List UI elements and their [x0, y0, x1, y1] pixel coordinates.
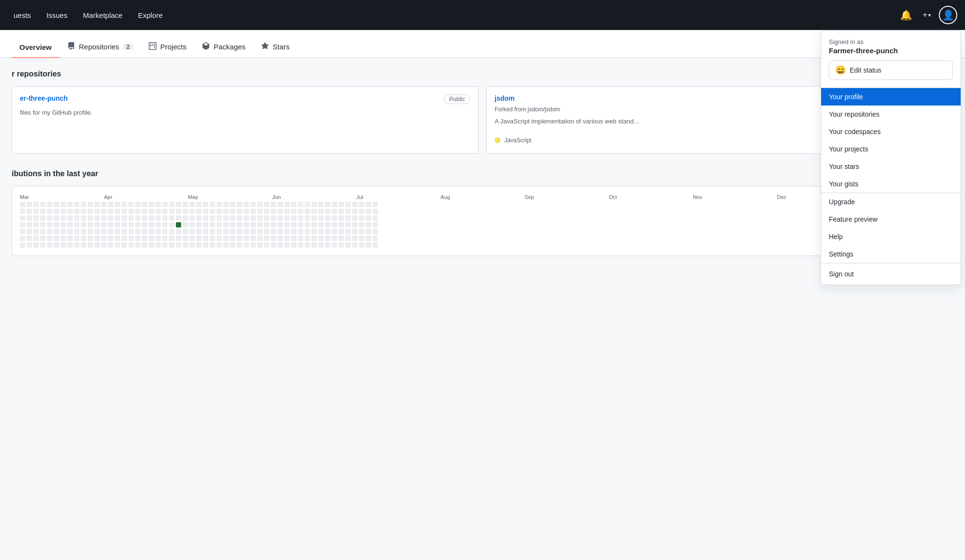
- graph-cell: [332, 209, 337, 214]
- graph-week: [230, 202, 235, 248]
- graph-cell: [284, 215, 290, 221]
- nav-issues[interactable]: Issues: [41, 7, 73, 23]
- graph-cell: [318, 222, 324, 227]
- graph-cell: [122, 209, 127, 214]
- graph-cell: [217, 215, 222, 221]
- nav-explore[interactable]: Explore: [132, 7, 169, 23]
- tab-projects[interactable]: Projects: [141, 36, 194, 58]
- graph-cell: [291, 209, 296, 214]
- user-menu-button[interactable]: 👤: [939, 6, 957, 24]
- dropdown-your-gists[interactable]: Your gists: [821, 175, 961, 193]
- graph-cell: [244, 209, 249, 214]
- graph-cell: [101, 229, 107, 234]
- repo-name-0[interactable]: er-three-punch: [20, 94, 68, 102]
- graph-week: [217, 202, 222, 248]
- dropdown-help[interactable]: Help: [821, 228, 961, 245]
- graph-cell: [345, 242, 351, 248]
- graph-cell: [203, 242, 208, 248]
- graph-cell: [311, 229, 317, 234]
- dropdown-your-codespaces[interactable]: Your codespaces: [821, 123, 961, 140]
- nav-marketplace[interactable]: Marketplace: [77, 7, 128, 23]
- graph-week: [264, 202, 269, 248]
- graph-cell: [305, 236, 310, 241]
- create-new-button[interactable]: + ▾: [919, 8, 935, 22]
- graph-cell: [271, 222, 276, 227]
- tab-repositories[interactable]: Repositories 2: [60, 36, 141, 58]
- graph-grid: [20, 202, 945, 248]
- dropdown-your-projects[interactable]: Your projects: [821, 140, 961, 158]
- graph-cell: [33, 236, 39, 241]
- tab-packages[interactable]: Packages: [194, 36, 253, 58]
- graph-cell: [47, 202, 52, 207]
- graph-cell: [27, 202, 32, 207]
- graph-cell: [128, 222, 134, 227]
- graph-cell: [271, 215, 276, 221]
- contribution-graph: Mar Apr May Jun Jul Aug Sep Oct Nov Dec …: [12, 186, 953, 256]
- repo-name-1[interactable]: jsdom: [495, 94, 514, 102]
- dropdown-settings[interactable]: Settings: [821, 245, 961, 263]
- dropdown-your-repositories[interactable]: Your repositories: [821, 106, 961, 123]
- graph-cell: [278, 215, 283, 221]
- tab-overview[interactable]: Overview: [12, 37, 60, 58]
- graph-cell: [291, 229, 296, 234]
- graph-cell: [88, 236, 93, 241]
- graph-cell: [74, 209, 79, 214]
- dropdown-upgrade[interactable]: Upgrade: [821, 193, 961, 211]
- graph-cell: [352, 215, 358, 221]
- edit-status-button[interactable]: 😄 Edit status: [829, 61, 953, 80]
- repo-card-header-0: er-three-punch Public: [20, 94, 470, 104]
- graph-cell: [122, 202, 127, 207]
- graph-cell: [217, 202, 222, 207]
- graph-week: [33, 202, 39, 248]
- graph-cell: [284, 242, 290, 248]
- graph-cell: [196, 242, 202, 248]
- month-apr: Apr: [104, 194, 188, 200]
- graph-cell: [339, 236, 344, 241]
- nav-pull-requests[interactable]: uests: [8, 7, 37, 23]
- graph-cell: [169, 209, 174, 214]
- contribution-section: ibutions in the last year Mar Apr May Ju…: [12, 169, 953, 256]
- graph-cell: [20, 229, 25, 234]
- graph-cell: [156, 202, 161, 207]
- graph-cell: [366, 242, 371, 248]
- graph-cell: [298, 209, 303, 214]
- notification-button[interactable]: 🔔: [897, 6, 915, 24]
- graph-cell: [352, 229, 358, 234]
- graph-cell: [291, 242, 296, 248]
- graph-cell: [325, 215, 330, 221]
- graph-cell: [108, 215, 113, 221]
- graph-cell: [189, 229, 195, 234]
- graph-week: [359, 202, 364, 248]
- graph-cell: [101, 209, 107, 214]
- graph-cell: [244, 229, 249, 234]
- graph-cell: [278, 236, 283, 241]
- bell-icon: 🔔: [900, 9, 912, 21]
- repo-tab-icon: [67, 42, 75, 51]
- dropdown-feature-preview[interactable]: Feature preview: [821, 211, 961, 228]
- graph-cell: [33, 202, 39, 207]
- graph-week: [135, 202, 140, 248]
- graph-cell: [176, 242, 181, 248]
- graph-cell: [33, 215, 39, 221]
- graph-cell: [169, 236, 174, 241]
- graph-cell: [257, 236, 263, 241]
- graph-cell: [217, 236, 222, 241]
- graph-cell: [47, 242, 52, 248]
- graph-cell: [339, 202, 344, 207]
- graph-cell: [311, 242, 317, 248]
- graph-cell: [128, 242, 134, 248]
- dropdown-your-profile[interactable]: Your profile: [821, 88, 961, 106]
- graph-cell: [61, 209, 66, 214]
- header: uests Issues Marketplace Explore 🔔 + ▾ 👤: [0, 0, 965, 30]
- graph-week: [47, 202, 52, 248]
- graph-cell: [332, 215, 337, 221]
- graph-cell: [237, 229, 242, 234]
- dropdown-sign-out[interactable]: Sign out: [821, 265, 961, 283]
- tab-stars[interactable]: Stars: [253, 36, 297, 58]
- graph-cell: [47, 215, 52, 221]
- graph-cell: [115, 242, 120, 248]
- dropdown-your-stars[interactable]: Your stars: [821, 158, 961, 175]
- graph-cell: [162, 215, 168, 221]
- graph-week: [203, 202, 208, 248]
- graph-cell: [305, 222, 310, 227]
